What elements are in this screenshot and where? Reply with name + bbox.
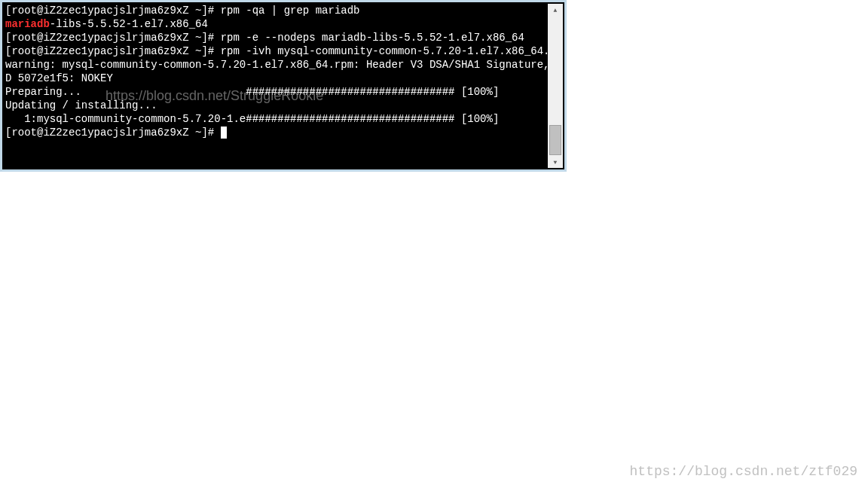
terminal-line: [root@iZ2zec1ypacjslrjma6z9xZ ~]#: [5, 126, 545, 139]
terminal-scrollbar[interactable]: ▲ ▼: [548, 4, 563, 168]
terminal-line: 1:mysql-community-common-5.7.20-1.e#####…: [5, 112, 545, 126]
terminal-line: [root@iZ2zec1ypacjslrjma6z9xZ ~]# rpm -i…: [5, 44, 545, 58]
grep-match-highlight: mariadb: [5, 18, 50, 30]
output-text: -libs-5.5.52-1.el7.x86_64: [50, 18, 208, 30]
terminal-line: [root@iZ2zec1ypacjslrjma6z9xZ ~]# rpm -q…: [5, 4, 545, 17]
prompt-text: [root@iZ2zec1ypacjslrjma6z9xZ ~]#: [5, 127, 221, 139]
command-text: rpm -qa | grep mariadb: [221, 5, 360, 17]
scrollbar-thumb[interactable]: [549, 125, 561, 155]
terminal-line: Updating / installing...: [5, 99, 545, 112]
scrollbar-arrow-down-icon[interactable]: ▼: [548, 156, 563, 168]
watermark-bottom: https://blog.csdn.net/ztf029: [630, 464, 857, 479]
cursor-icon: [221, 127, 227, 139]
scrollbar-arrow-up-icon[interactable]: ▲: [548, 4, 563, 16]
terminal-line: [root@iZ2zec1ypacjslrjma6z9xZ ~]# rpm -e…: [5, 31, 545, 44]
prompt-text: [root@iZ2zec1ypacjslrjma6z9xZ ~]#: [5, 5, 221, 17]
terminal-output[interactable]: [root@iZ2zec1ypacjslrjma6z9xZ ~]# rpm -q…: [2, 2, 548, 166]
terminal-window: [root@iZ2zec1ypacjslrjma6z9xZ ~]# rpm -q…: [0, 0, 567, 172]
scrollbar-track[interactable]: [548, 16, 563, 156]
terminal-line: Preparing... ###########################…: [5, 85, 545, 99]
terminal-line: warning: mysql-community-common-5.7.20-1…: [5, 58, 545, 85]
terminal-line: mariadb-libs-5.5.52-1.el7.x86_64: [5, 17, 545, 31]
